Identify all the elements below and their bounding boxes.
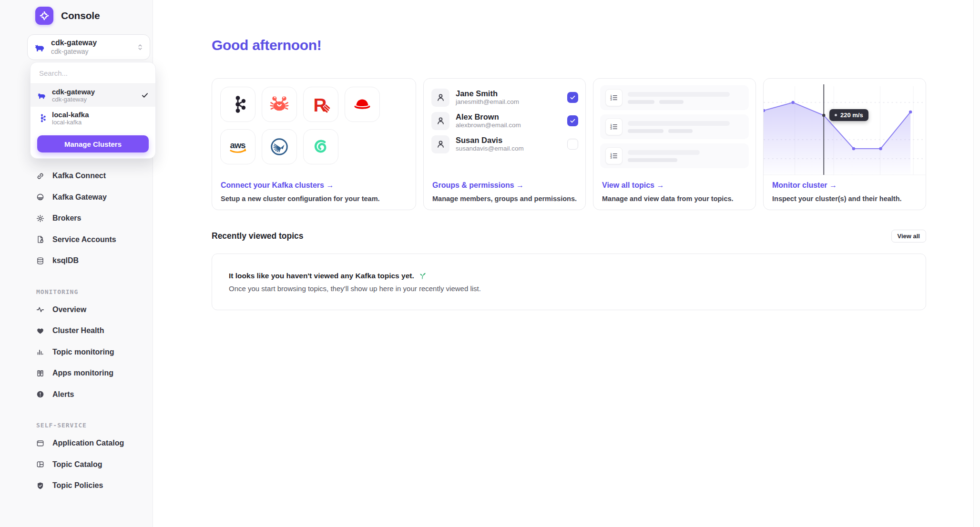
sidebar-item-application-catalog[interactable]: Application Catalog (0, 433, 152, 454)
member-row-susan-davis: Susan Davis susandavis@email.com (431, 132, 578, 156)
card-view-topics: View all topics → Manage and view data f… (593, 78, 756, 210)
topic-skeleton-row (600, 85, 749, 110)
groups-permissions-subtitle: Manage members, groups and permissions. (432, 195, 577, 203)
check-icon (141, 91, 149, 99)
alert-icon (36, 390, 44, 398)
chart-tooltip: 220 m/s (829, 109, 868, 121)
cluster-dropdown: cdk-gateway cdk-gateway local-kafka loca… (30, 62, 156, 159)
window-icon (36, 439, 44, 447)
page-scrollbar[interactable] (973, 0, 980, 527)
turbine-logo (269, 137, 289, 157)
sidebar-item-cluster-health[interactable]: Cluster Health (0, 320, 152, 342)
logo-tile-aiven-crab-logo[interactable] (262, 87, 297, 122)
member-checkbox-unchecked[interactable] (567, 139, 578, 150)
person-icon (431, 89, 449, 107)
person-icon (431, 135, 449, 153)
check-icon (570, 94, 576, 101)
connect-clusters-link[interactable]: Connect your Kafka clusters → (221, 181, 334, 190)
check-icon (570, 118, 576, 124)
skeleton-bar (628, 129, 664, 133)
nav-section-self-service: SELF-SERVICE (0, 410, 152, 433)
sidebar-item-topic-monitoring[interactable]: Topic monitoring (0, 342, 152, 363)
sidebar-item-topic-catalog[interactable]: Topic Catalog (0, 454, 152, 476)
skeleton-bar (628, 121, 730, 126)
logo-tile-redhat-logo[interactable] (345, 87, 380, 122)
kafka-logo (228, 94, 248, 114)
redhat-logo (352, 94, 372, 114)
manage-clusters-button[interactable]: Manage Clusters (37, 135, 149, 152)
main-content: Good afternoon! Connect your Kafka clust… (153, 0, 974, 527)
card-groups-permissions: Jane Smith janesmith@email.com Alex Brow… (423, 78, 586, 210)
person-icon (431, 112, 449, 130)
cluster-option-cdk-gateway[interactable]: cdk-gateway cdk-gateway (31, 84, 155, 107)
bar-chart-icon (36, 348, 44, 356)
empty-state-title: It looks like you haven't viewed any Kaf… (229, 272, 414, 280)
card-monitor-cluster: 220 m/s Monitor cluster → Inspect your c… (763, 78, 926, 210)
view-topics-link[interactable]: View all topics → (602, 181, 664, 190)
groups-permissions-link[interactable]: Groups & permissions → (432, 181, 524, 190)
logo-tile-redpanda-logo[interactable] (303, 87, 338, 122)
monitor-cluster-link[interactable]: Monitor cluster → (772, 181, 837, 190)
app-title: Console (61, 10, 100, 21)
view-all-button[interactable]: View all (891, 230, 926, 243)
helmet-icon (36, 193, 44, 201)
link-icon (36, 172, 44, 180)
sidebar-item-overview[interactable]: Overview (0, 299, 152, 321)
app-brand[interactable]: Console (35, 7, 100, 25)
sidebar-item-kafka-gateway[interactable]: Kafka Gateway (0, 187, 152, 208)
monitor-cluster-subtitle: Inspect your cluster(s) and their health… (772, 195, 902, 203)
search-input[interactable] (38, 69, 148, 78)
skeleton-bar (659, 100, 684, 104)
spiral-logo (311, 137, 331, 157)
nav-section-monitoring: MONITORING (0, 276, 152, 299)
cluster-options: cdk-gateway cdk-gateway local-kafka loca… (31, 84, 155, 130)
member-row-alex-brown: Alex Brown alexbrown@email.com (431, 109, 578, 132)
layout-icon (36, 460, 44, 468)
aiven-crab-logo (269, 94, 289, 114)
heart-icon (36, 327, 44, 335)
skeleton-bar (628, 150, 700, 155)
recently-viewed-section: Recently viewed topics View all It looks… (212, 230, 926, 310)
redpanda-logo (311, 94, 331, 114)
cluster-option-local-kafka[interactable]: local-kafka local-kafka (31, 107, 155, 130)
gateway-dog-icon (34, 41, 46, 53)
kafka-icon (37, 113, 47, 123)
cluster-search (31, 62, 155, 84)
skeleton-bar (628, 92, 730, 97)
logo-tile-spiral-logo[interactable] (303, 129, 338, 164)
cluster-logos (220, 87, 379, 164)
cluster-sparkline-chart: 220 m/s (764, 84, 926, 180)
topics-skeleton-list (600, 85, 749, 172)
cards-row: Connect your Kafka clusters → Setup a ne… (212, 78, 926, 210)
logo-tile-turbine-logo[interactable] (262, 129, 297, 164)
shield-check-icon (36, 482, 44, 490)
aws-logo (228, 137, 248, 157)
gear-icon (36, 214, 44, 223)
logo-tile-aws-logo[interactable] (220, 129, 255, 164)
empty-state-subtitle: Once you start browsing topics, they'll … (229, 284, 926, 293)
skeleton-bar (668, 129, 693, 133)
tooltip-value: 220 m/s (840, 111, 863, 119)
sprout-icon (418, 272, 426, 280)
console-logo-icon (35, 7, 53, 25)
member-checkbox-checked[interactable] (567, 92, 578, 103)
sidebar-item-kafka-connect[interactable]: Kafka Connect (0, 165, 152, 187)
cluster-subtitle: cdk-gateway (51, 48, 136, 56)
member-checkbox-checked[interactable] (567, 115, 578, 126)
file-lock-icon (36, 235, 44, 243)
sidebar-item-brokers[interactable]: Brokers (0, 208, 152, 229)
sidebar-item-service-accounts[interactable]: Service Accounts (0, 229, 152, 251)
skeleton-bar (628, 158, 677, 162)
cluster-selector[interactable]: cdk-gateway cdk-gateway (27, 34, 150, 60)
sidebar-nav: Kafka Connect Kafka Gateway Brokers Serv… (0, 165, 152, 497)
logo-tile-kafka-logo[interactable] (220, 87, 255, 122)
topic-skeleton-row (600, 143, 749, 168)
sidebar-item-ksqldb[interactable]: ksqlDB (0, 250, 152, 272)
view-topics-subtitle: Manage and view data from your topics. (602, 195, 734, 203)
sidebar-item-topic-policies[interactable]: Topic Policies (0, 475, 152, 497)
skeleton-bar (628, 100, 654, 104)
connect-clusters-subtitle: Setup a new cluster configuration for yo… (221, 195, 380, 203)
recently-viewed-empty-state: It looks like you haven't viewed any Kaf… (212, 253, 926, 310)
sidebar-item-alerts[interactable]: Alerts (0, 384, 152, 405)
sidebar-item-apps-monitoring[interactable]: Apps monitoring (0, 363, 152, 384)
